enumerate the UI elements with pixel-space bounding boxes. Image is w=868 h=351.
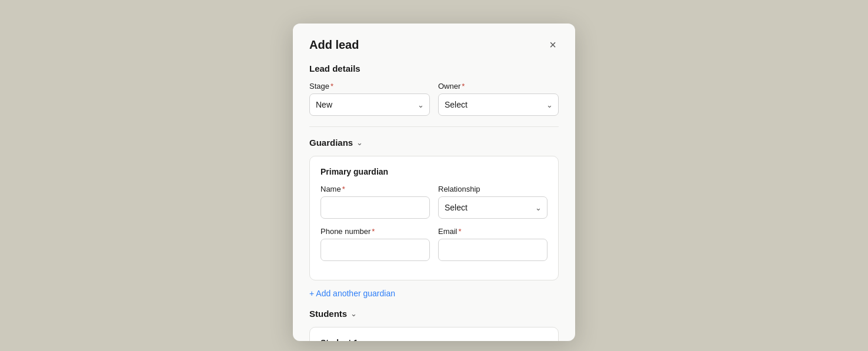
student-1-card: Student 1	[309, 327, 559, 341]
students-chevron-icon: ⌄	[350, 309, 357, 318]
guardian-relationship-group: Relationship Select Parent Guardian Othe…	[438, 185, 547, 219]
guardian-relationship-label: Relationship	[438, 185, 547, 193]
student-1-title: Student 1	[321, 338, 547, 341]
modal-title: Add lead	[309, 38, 359, 52]
students-title: Students	[309, 309, 347, 319]
guardian-relationship-select[interactable]: Select Parent Guardian Other	[438, 196, 547, 219]
students-header[interactable]: Students ⌄	[309, 309, 559, 319]
guardian-name-input[interactable]	[321, 196, 430, 219]
primary-guardian-card: Primary guardian Name* Relationship	[309, 156, 559, 280]
lead-details-section: Lead details Stage* New Contacted Qualif…	[309, 63, 559, 116]
guardian-name-group: Name*	[321, 185, 430, 219]
close-button[interactable]: ×	[547, 36, 559, 53]
modal: Add lead × Lead details Stage* New Conta…	[293, 24, 575, 341]
owner-select[interactable]: Select	[438, 93, 559, 116]
divider-1	[309, 126, 559, 127]
stage-select[interactable]: New Contacted Qualified Lost	[309, 93, 430, 116]
guardian-email-input[interactable]	[438, 239, 547, 261]
guardian-name-required-star: *	[342, 185, 345, 193]
owner-group: Owner* Select ⌄	[438, 82, 559, 116]
lead-details-title: Lead details	[309, 63, 559, 73]
guardians-chevron-icon: ⌄	[356, 138, 363, 147]
lead-details-row: Stage* New Contacted Qualified Lost ⌄	[309, 82, 559, 116]
guardian-relationship-select-wrapper: Select Parent Guardian Other ⌄	[438, 196, 547, 219]
guardian-phone-email-row: Phone number* Email*	[321, 227, 547, 261]
stage-group: Stage* New Contacted Qualified Lost ⌄	[309, 82, 430, 116]
stage-label: Stage*	[309, 82, 430, 91]
guardian-phone-input[interactable]	[321, 239, 430, 261]
guardians-section: Guardians ⌄ Primary guardian Name*	[309, 138, 559, 298]
guardian-name-relationship-row: Name* Relationship Select Parent Guardia…	[321, 185, 547, 219]
guardian-email-group: Email*	[438, 227, 547, 261]
guardian-phone-group: Phone number*	[321, 227, 430, 261]
students-section: Students ⌄ Student 1	[309, 309, 559, 341]
guardian-name-label: Name*	[321, 185, 430, 193]
primary-guardian-title: Primary guardian	[321, 167, 547, 176]
owner-select-wrapper: Select ⌄	[438, 93, 559, 116]
guardians-header[interactable]: Guardians ⌄	[309, 138, 559, 148]
modal-overlay: Add lead × Lead details Stage* New Conta…	[0, 0, 868, 351]
modal-header: Add lead ×	[293, 24, 575, 63]
guardians-title: Guardians	[309, 138, 353, 148]
guardian-phone-required-star: *	[372, 227, 375, 236]
owner-required-star: *	[462, 82, 465, 91]
add-guardian-button[interactable]: + Add another guardian	[309, 289, 395, 298]
stage-required-star: *	[330, 82, 333, 91]
stage-select-wrapper: New Contacted Qualified Lost ⌄	[309, 93, 430, 116]
guardian-email-label: Email*	[438, 227, 547, 236]
guardian-phone-label: Phone number*	[321, 227, 430, 236]
modal-body: Lead details Stage* New Contacted Qualif…	[293, 63, 575, 341]
guardian-email-required-star: *	[459, 227, 462, 236]
owner-label: Owner*	[438, 82, 559, 91]
